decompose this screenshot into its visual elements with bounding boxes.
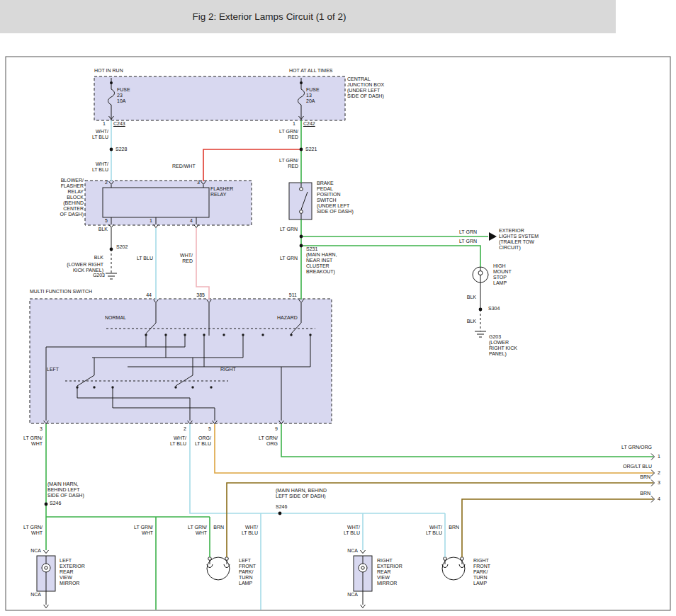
left-mirror-lamp-symbol — [42, 564, 50, 572]
fuse-13-label: FUSE 13 20A — [306, 87, 320, 104]
fuse-23-label: FUSE 23 10A — [117, 87, 130, 104]
splice-s246-left — [45, 503, 48, 506]
relay-block-label: BLOWER/ FLASHER RELAY BLOCK (BEHIND CENT… — [52, 178, 84, 217]
relay-pin-5: 5 — [96, 218, 108, 224]
s221-label: S221 — [305, 147, 317, 152]
lt-blu-label: LT BLU — [136, 256, 153, 261]
wht-ltblu-label-3: WHT/ LT BLU — [162, 435, 186, 447]
ltgrn-wht-label-4: LT GRN/ WHT — [182, 525, 207, 536]
flasher-relay-box — [103, 188, 209, 217]
hot-at-all-times-label: HOT AT ALL TIMES — [289, 68, 332, 74]
ltgrn-org-label-2: LT GRN/ORG — [602, 445, 652, 450]
splice-s228 — [110, 148, 113, 152]
org-ltblu-label-2: ORG/LT BLU — [602, 464, 652, 469]
ltgrn-red-label-1: LT GRN/ RED — [273, 129, 298, 140]
relay-pin-2: 2 — [96, 180, 108, 186]
wht-red-label: WHT/ RED — [176, 253, 193, 264]
nca-label-4: NCA — [344, 592, 358, 598]
s228-label: S228 — [116, 147, 127, 152]
left-turn-lamp-symbol — [207, 557, 230, 580]
c242-pin-label: 1 — [290, 121, 295, 127]
mfs-left-label: LEFT — [47, 367, 59, 372]
nca-label-1: NCA — [27, 548, 41, 554]
red-wht-label: RED/WHT — [172, 164, 196, 169]
right-mirror-label: RIGHT EXTERIOR REAR VIEW MIRROR — [377, 558, 402, 586]
kick-panel-label: (LOWER RIGHT KICK PANEL) — [61, 262, 103, 273]
s304-label: S304 — [488, 306, 500, 312]
mfs-pin-44: 44 — [139, 292, 152, 298]
s231-label: S231 (MAIN HARN, NEAR INST CLUSTER BREAK… — [306, 246, 337, 275]
lt-grn-label-1: LT GRN — [278, 227, 298, 232]
ltgrn-wht-label-3: LT GRN/ WHT — [130, 525, 153, 536]
relay-pin-1: 1 — [141, 218, 152, 224]
connector-3-label: 3 — [658, 480, 660, 486]
wht-ltblu-label-1: WHT/ LT BLU — [84, 129, 108, 140]
c243-label: C243 — [113, 121, 125, 127]
blk-label-3: BLK — [458, 295, 476, 300]
ltgrn-wht-label-1: LT GRN/ WHT — [17, 435, 43, 447]
ltgrn-org-label-1: LT GRN/ ORG — [252, 435, 278, 447]
cjb-label: CENTRAL JUNCTION BOX (UNDER LEFT SIDE OF… — [347, 76, 384, 99]
wht-ltblu-label-4: WHT/ LT BLU — [234, 525, 258, 536]
c242-label: C242 — [303, 121, 315, 127]
high-mount-lamp-label: HIGH MOUNT STOP LAMP — [493, 263, 512, 286]
mfs-normal-label: NORMAL — [105, 315, 126, 321]
g203-right-label: G203 (LOWER RIGHT KICK PANEL) — [489, 334, 517, 357]
splice-s221 — [300, 148, 303, 152]
lt-grn-label-3: LT GRN — [459, 229, 477, 235]
g203-left-label: G203 — [86, 273, 105, 278]
relay-pin-4: 4 — [181, 218, 193, 224]
mfs-hazard-label: HAZARD — [277, 315, 298, 321]
nca-label-3: NCA — [344, 548, 358, 554]
lt-grn-label-2: LT GRN — [278, 256, 298, 261]
s202-label: S202 — [116, 244, 128, 250]
splice-s304 — [479, 308, 483, 312]
brn-label-2: BRN — [624, 491, 650, 496]
blk-label-2: BLK — [84, 255, 103, 261]
s246-label-left: S246 — [50, 501, 61, 506]
mfs-pin-5: 5 — [201, 426, 211, 432]
right-lamp-label: RIGHT FRONT PARK/ TURN LAMP — [473, 558, 490, 586]
connector-2-label: 2 — [658, 470, 660, 476]
flasher-relay-label: FLASHER RELAY — [210, 186, 233, 198]
blk-label-4: BLK — [458, 319, 476, 324]
mfs-pin-3: 3 — [33, 426, 43, 432]
lt-grn-label-4: LT GRN — [459, 239, 477, 244]
diagram-canvas: HOT IN RUN HOT AT ALL TIMES CENTRAL JUNC… — [0, 0, 676, 616]
wht-ltblu-label-2: WHT/ LT BLU — [84, 161, 108, 173]
s246-label-right: S246 — [276, 504, 287, 510]
mfs-right-label: RIGHT — [220, 367, 236, 372]
splice-s246-right — [278, 512, 282, 515]
main-harn-label-left: (MAIN HARN, BEHIND LEFT SIDE OF DASH) — [47, 481, 84, 498]
left-lamp-label: LEFT FRONT PARK/ TURN LAMP — [239, 558, 256, 586]
brn-label-3: BRN — [211, 525, 224, 530]
ltgrn-wht-label-2: LT GRN/ WHT — [17, 525, 43, 536]
splice-s202 — [110, 248, 113, 251]
relay-pin-3: 3 — [188, 180, 200, 186]
c243-pin-label: 1 — [100, 121, 106, 127]
hot-in-run-label: HOT IN RUN — [94, 68, 123, 74]
mfs-pin-511: 511 — [283, 292, 297, 298]
brn-label-1: BRN — [624, 474, 650, 480]
nca-label-2: NCA — [27, 592, 41, 598]
wiring-diagram-svg — [0, 0, 676, 616]
mfs-pin-385: 385 — [191, 292, 205, 298]
mfs-pin-9: 9 — [268, 426, 278, 432]
mfs-pin-2: 2 — [176, 426, 186, 432]
wht-ltblu-label-6: WHT/ LT BLU — [418, 525, 442, 536]
wiring-figure-page: { "header": {"title": "Fig 2: Exterior L… — [0, 0, 676, 616]
main-harn-label-right: (MAIN HARN, BEHIND LEFT SIDE OF DASH) — [276, 488, 327, 499]
right-turn-lamp-symbol — [442, 557, 465, 580]
splice-s231 — [300, 244, 303, 248]
ltgrn-red-label-2: LT GRN/ RED — [273, 158, 298, 169]
exterior-lights-label: EXTERIOR LIGHTS SYSTEM (TRAILER TOW CIRC… — [499, 228, 539, 251]
wht-ltblu-label-5: WHT/ LT BLU — [336, 525, 360, 536]
brn-label-4: BRN — [446, 525, 459, 530]
connector-1-label: 1 — [658, 454, 660, 460]
org-ltblu-label-1: ORG/ LT BLU — [187, 435, 211, 447]
mfs-title: MULTI FUNCTION SWITCH — [30, 289, 92, 295]
right-mirror-lamp-symbol — [359, 564, 367, 572]
left-mirror-label: LEFT EXTERIOR REAR VIEW MIRROR — [60, 558, 85, 586]
connector-4-label: 4 — [658, 496, 660, 502]
brake-switch-label: BRAKE PEDAL POSITION SWITCH (UNDER LEFT … — [317, 181, 354, 215]
